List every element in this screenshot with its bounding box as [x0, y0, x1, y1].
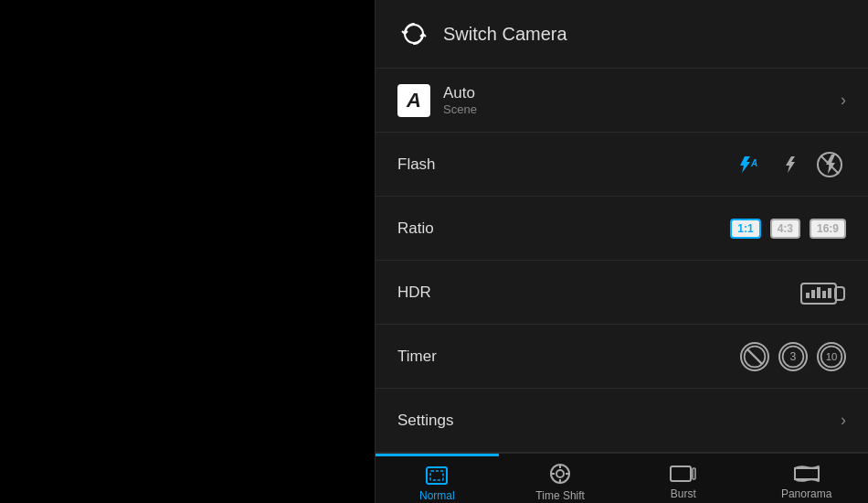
ratio-1-1-button[interactable]: 1:1 — [730, 219, 760, 239]
auto-chevron-icon: › — [841, 91, 846, 110]
flash-off-button[interactable] — [813, 148, 846, 181]
flash-row: Flash A — [376, 133, 868, 197]
svg-rect-10 — [828, 288, 831, 298]
timer-controls: 3 10 — [740, 342, 846, 371]
timer-10-button[interactable]: 10 — [817, 342, 846, 371]
tab-panorama-label: Panorama — [781, 487, 831, 500]
svg-rect-18 — [430, 471, 443, 480]
ratio-4-3-button[interactable]: 4:3 — [770, 219, 800, 239]
switch-camera-label: Switch Camera — [443, 24, 567, 45]
timer-label: Timer — [397, 348, 740, 366]
timer-row: Timer 3 — [376, 325, 868, 389]
auto-icon: A — [397, 84, 430, 117]
svg-rect-26 — [693, 468, 695, 479]
flash-auto-button[interactable]: A — [733, 148, 766, 181]
tab-normal[interactable]: Normal — [376, 454, 499, 503]
svg-text:10: 10 — [826, 351, 838, 362]
svg-rect-9 — [822, 291, 826, 298]
tab-burst[interactable]: Burst — [622, 454, 746, 503]
tab-burst-label: Burst — [671, 487, 696, 500]
flash-controls: A — [733, 148, 846, 181]
svg-text:3: 3 — [790, 350, 797, 363]
svg-point-20 — [556, 470, 564, 477]
auto-title: Auto — [443, 84, 477, 102]
ratio-controls: 1:1 4:3 16:9 — [730, 219, 846, 239]
settings-row[interactable]: Settings › — [376, 389, 868, 453]
tab-timeshift[interactable]: Time Shift — [499, 454, 622, 503]
svg-line-12 — [747, 349, 762, 364]
ratio-16-9-button[interactable]: 16:9 — [810, 219, 846, 239]
burst-icon — [670, 464, 697, 484]
menu-items: Switch Camera A Auto Scene › Flash — [376, 0, 868, 453]
svg-rect-7 — [811, 290, 815, 298]
tab-normal-label: Normal — [419, 489, 455, 502]
flash-label: Flash — [397, 155, 733, 174]
tab-timeshift-label: Time Shift — [535, 489, 585, 502]
bottom-tabs: Normal Time Shift — [376, 453, 868, 503]
settings-chevron-icon: › — [841, 411, 846, 430]
timer-off-button[interactable] — [740, 342, 769, 371]
normal-icon — [425, 466, 449, 486]
switch-camera-row[interactable]: Switch Camera — [376, 0, 868, 69]
svg-rect-8 — [817, 287, 820, 298]
auto-subtitle: Scene — [443, 102, 477, 116]
timer-3-button[interactable]: 3 — [778, 342, 808, 371]
hdr-label: HDR — [397, 284, 800, 302]
settings-label: Settings — [397, 412, 841, 430]
flash-on-button[interactable] — [773, 148, 806, 181]
switch-camera-icon — [397, 17, 430, 50]
hdr-controls[interactable] — [800, 278, 846, 307]
svg-rect-27 — [795, 468, 819, 479]
timeshift-icon — [548, 462, 572, 486]
panorama-icon — [793, 464, 820, 484]
ratio-row: Ratio 1:1 4:3 16:9 — [376, 197, 868, 261]
svg-text:A: A — [750, 158, 757, 168]
camera-view — [0, 0, 375, 503]
tab-panorama[interactable]: Panorama — [745, 454, 868, 503]
auto-scene-row[interactable]: A Auto Scene › — [376, 69, 868, 133]
svg-rect-25 — [671, 466, 691, 481]
svg-rect-6 — [806, 293, 810, 298]
hdr-row: HDR — [376, 261, 868, 325]
ratio-label: Ratio — [397, 219, 730, 238]
menu-panel: Switch Camera A Auto Scene › Flash — [375, 0, 868, 503]
